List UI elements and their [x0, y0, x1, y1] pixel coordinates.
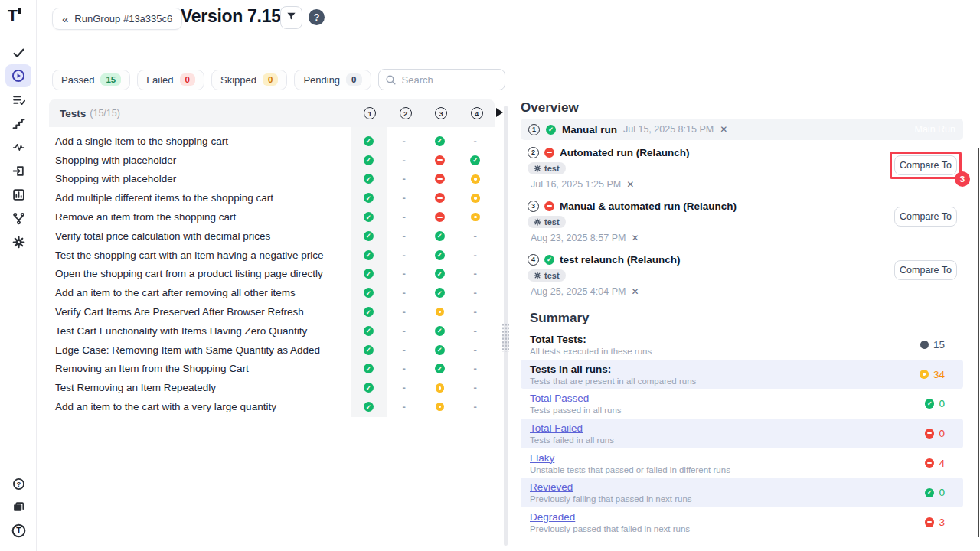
compare-to-button[interactable]: Compare To	[894, 155, 957, 175]
table-row[interactable]: Add a single item to the shopping cart	[49, 132, 495, 151]
test-list-icon[interactable]	[5, 88, 31, 111]
filter-chip-passed[interactable]: Passed 15	[52, 70, 130, 90]
run-tag[interactable]: test	[528, 269, 566, 282]
status-icon-none	[403, 268, 406, 279]
column-run-2[interactable]: 2	[400, 107, 412, 119]
summary-label[interactable]: Total Passed	[530, 393, 622, 404]
column-run-4[interactable]: 4	[471, 107, 483, 119]
status-icon-skipped	[436, 383, 445, 393]
chip-label: Pending	[303, 74, 340, 86]
table-row[interactable]: Add multiple different items to the shop…	[49, 188, 495, 207]
summary-label[interactable]: Total Failed	[530, 422, 614, 434]
summary-sublabel: All tests executed in these runs	[530, 347, 652, 356]
close-icon[interactable]: ✕	[631, 286, 639, 297]
status-icon-none	[474, 306, 477, 318]
analytics-icon[interactable]	[5, 183, 31, 206]
vertical-scrollbar[interactable]	[978, 148, 979, 537]
settings-icon[interactable]	[5, 230, 31, 253]
table-row[interactable]: Add an item to the cart after removing a…	[49, 283, 495, 302]
status-icon-passed	[435, 345, 445, 355]
run-tag[interactable]: test	[528, 216, 566, 228]
tests-header-count: (15/15)	[90, 108, 120, 119]
svg-text:T: T	[16, 526, 21, 535]
run-tag[interactable]: test	[528, 162, 566, 174]
status-icon-skipped	[471, 174, 480, 184]
table-row[interactable]: Remove an item from the shopping cart	[49, 207, 495, 227]
summary-sublabel: Tests passed in all runs	[530, 406, 622, 415]
filter-chip-pending[interactable]: Pending 0	[294, 70, 371, 90]
status-icon-passed	[364, 383, 374, 393]
app-logo[interactable]: T	[8, 6, 17, 24]
table-row[interactable]: Test Removing an Item Repeatedly	[49, 378, 495, 397]
test-name: Remove an item from the shopping cart	[49, 211, 351, 223]
status-icon-none	[403, 363, 406, 374]
run-number: 1	[528, 124, 540, 135]
table-row[interactable]: Removing an Item from the Shopping Cart	[49, 360, 495, 379]
profile-logo-icon[interactable]: T	[5, 519, 31, 542]
status-icon-skipped	[471, 213, 480, 222]
status-icon-passed	[435, 231, 445, 241]
docs-icon[interactable]	[5, 495, 31, 518]
status-icon-none	[474, 401, 477, 412]
pulse-icon[interactable]	[5, 135, 31, 158]
table-row[interactable]: Test the shopping cart with an item havi…	[49, 246, 495, 265]
status-icon-passed	[364, 288, 374, 298]
table-row[interactable]: Edge Case: Removing Item with Same Quant…	[49, 341, 495, 360]
splitter-grip-handle[interactable]	[501, 323, 509, 352]
close-icon[interactable]: ✕	[720, 124, 727, 135]
filter-button[interactable]	[280, 6, 302, 29]
main-run-label: Main Run	[915, 124, 956, 135]
status-icon-passed	[435, 136, 445, 146]
table-row[interactable]: Shopping with placeholder	[49, 151, 495, 170]
table-row[interactable]: Test Cart Functionality with Items Havin…	[49, 321, 495, 341]
test-name: Test the shopping cart with an item havi…	[49, 249, 351, 261]
back-to-rungroup-button[interactable]: « RunGroup #13a335c6	[52, 8, 182, 30]
summary-heading: Summary	[530, 311, 589, 326]
summary-value: 0	[939, 398, 945, 409]
summary-sublabel: Tests that are present in all compared r…	[530, 377, 696, 386]
dot-orange-icon	[920, 370, 929, 379]
column-run-1[interactable]: 1	[364, 107, 376, 119]
search-input[interactable]	[378, 69, 505, 90]
summary-label[interactable]: Flaky	[530, 452, 730, 464]
compare-to-button[interactable]: Compare To	[894, 207, 957, 227]
summary-label: Tests in all runs:	[530, 364, 696, 375]
filter-chip-failed[interactable]: Failed 0	[137, 70, 204, 90]
status-icon-passed	[435, 250, 445, 260]
status-icon-passed	[364, 174, 374, 184]
help-badge-icon[interactable]: ?	[309, 9, 325, 25]
summary-value: 0	[939, 428, 945, 439]
summary-row: Total Failed Tests failed in all runs 0	[521, 419, 963, 448]
summary-label[interactable]: Degraded	[530, 511, 690, 523]
filter-chip-skipped[interactable]: Skipped 0	[211, 70, 287, 90]
table-row[interactable]: Add an item to the cart with a very larg…	[49, 397, 495, 416]
help-icon[interactable]: ?	[5, 472, 31, 495]
import-icon[interactable]	[5, 159, 31, 182]
status-icon-passed	[435, 269, 445, 279]
table-row[interactable]: Verify total price calculation with deci…	[49, 227, 495, 246]
chip-count-badge: 0	[263, 73, 278, 86]
test-name: Add an item to the cart with a very larg…	[49, 401, 351, 412]
table-row[interactable]: Shopping with placeholder	[49, 170, 495, 189]
summary-label[interactable]: Revieved	[530, 481, 692, 493]
branch-icon[interactable]	[5, 207, 31, 230]
table-row[interactable]: Verify Cart Items Are Preserved After Br…	[49, 302, 495, 321]
column-run-3[interactable]: 3	[435, 107, 447, 119]
status-icon-none	[403, 401, 406, 412]
status-icon-none	[474, 382, 477, 393]
test-name: Shopping with placeholder	[49, 155, 351, 166]
status-icon-passed	[364, 136, 374, 146]
status-icon-none	[474, 287, 477, 298]
close-icon[interactable]: ✕	[631, 233, 639, 243]
summary-value: 4	[939, 458, 945, 469]
table-row[interactable]: Open the shopping cart from a product li…	[49, 265, 495, 284]
runs-icon[interactable]	[5, 64, 31, 87]
collapse-panel-icon[interactable]	[496, 108, 503, 117]
run-item-main[interactable]: 1 Manual run Jul 15, 2025 8:15 PM ✕ Main…	[521, 119, 963, 140]
close-icon[interactable]: ✕	[626, 179, 634, 190]
checkmark-icon[interactable]	[5, 41, 31, 64]
status-icon-none	[474, 249, 477, 261]
compare-to-button[interactable]: Compare To	[894, 260, 957, 280]
test-name: Test Cart Functionality with Items Havin…	[49, 325, 351, 337]
steps-icon[interactable]	[5, 112, 31, 135]
